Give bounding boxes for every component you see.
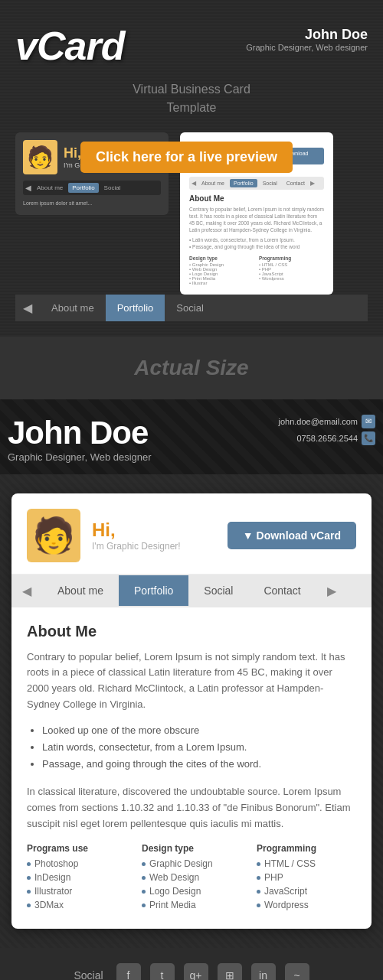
nav-prev-arrow[interactable]: ◀ xyxy=(15,295,40,321)
card-nav-next[interactable]: ▶ xyxy=(316,575,347,607)
subtitle-line1: Virtual Business Card xyxy=(15,80,368,99)
programs-title: Programs use xyxy=(27,843,126,854)
bpc-prog-title: Programming xyxy=(259,256,324,261)
social-facebook-icon[interactable]: f xyxy=(116,963,141,980)
skills-section: Programs use Photoshop InDesign Illustra… xyxy=(27,843,356,913)
card-greeting: Hi, I'm Graphic Designer! xyxy=(92,519,181,552)
bullet-dot xyxy=(27,890,31,894)
prog-4: Wordpress xyxy=(257,900,356,910)
design-3: Logo Design xyxy=(142,886,241,897)
bullet-item-2: Latin words, consectetur, from a Lorem I… xyxy=(42,739,356,756)
email-row: john.doe@email.com ✉ xyxy=(279,415,376,428)
top-header: vCard John Doe Graphic Designer, Web des… xyxy=(15,23,368,69)
small-nav-prev[interactable]: ◀ xyxy=(25,184,31,192)
card-nav-contact[interactable]: Contact xyxy=(248,575,316,606)
social-twitter-icon[interactable]: t xyxy=(150,963,175,980)
nav-about[interactable]: About me xyxy=(40,295,106,321)
design-title: Design type xyxy=(142,843,241,854)
bpc-design-title: Design type xyxy=(189,256,254,261)
card-nav-about[interactable]: About me xyxy=(42,575,119,606)
program-2: InDesign xyxy=(27,872,126,883)
bpc-nav-social[interactable]: Social xyxy=(259,179,281,187)
bpc-bullet: • Latin words, consectetur, from a Lorem… xyxy=(189,236,324,250)
card-subtitle: I'm Graphic Designer! xyxy=(92,541,181,552)
social-googleplus-icon[interactable]: g+ xyxy=(184,963,208,980)
bottom-nav: ◀ About me Portfolio Social xyxy=(15,295,368,321)
bullet-dot xyxy=(27,876,31,880)
small-nav: ◀ About me Portfolio Social xyxy=(23,181,161,195)
design-4: Print Media xyxy=(142,900,241,910)
email-icon: ✉ xyxy=(362,415,375,428)
card-download-btn[interactable]: ▼ Download vCard xyxy=(228,522,356,549)
small-avatar: 🧑 xyxy=(23,140,57,174)
bullet-item-1: Looked up one of the more obscure xyxy=(42,722,356,739)
bpc-nav: ◀ About me Portfolio Social Contact ▶ xyxy=(189,177,324,190)
social-linkedin-icon[interactable]: in xyxy=(251,963,276,980)
main-avatar: 🧑 xyxy=(27,509,80,562)
bullet-dot xyxy=(257,903,260,907)
programming-col: Programming HTML / CSS PHP JavaScript Wo… xyxy=(257,843,356,913)
small-nav-about[interactable]: About me xyxy=(33,183,67,193)
bpc-prog-item4: • Wordpress xyxy=(259,276,324,281)
card-nav-prev[interactable]: ◀ xyxy=(11,575,42,607)
bpc-nav-prev[interactable]: ◀ xyxy=(192,180,196,187)
small-nav-social[interactable]: Social xyxy=(100,183,125,193)
bullet-dot xyxy=(27,862,31,866)
top-section: vCard John Doe Graphic Designer, Web des… xyxy=(0,0,383,337)
main-card-section: John Doe Graphic Designer, Web designer … xyxy=(0,399,383,980)
bullet-dot xyxy=(142,903,146,907)
bullet-item-3: Passage, and going through the cites of … xyxy=(42,756,356,773)
nav-portfolio[interactable]: Portfolio xyxy=(106,295,165,321)
vcard-logo: vCard xyxy=(15,23,124,69)
small-nav-portfolio[interactable]: Portfolio xyxy=(68,183,98,193)
bullet-dot xyxy=(142,890,146,894)
bpc-about-title: About Me xyxy=(189,194,324,203)
card-dl-label: Download vCard xyxy=(257,529,341,542)
main-white-card: 🧑 Hi, I'm Graphic Designer! ▼ Download v… xyxy=(11,493,372,930)
small-content: Lorem ipsum dolor sit amet... xyxy=(23,200,161,207)
social-label: Social xyxy=(74,969,103,980)
bpc-columns: Design type • Graphic Design • Web Desig… xyxy=(189,256,324,285)
bpc-nav-contact[interactable]: Contact xyxy=(283,179,309,187)
phone-icon: 📞 xyxy=(362,431,375,445)
phone-text: 0758.2656.2544 xyxy=(296,434,358,443)
bpc-nav-about[interactable]: About me xyxy=(198,179,228,187)
social-flickr-icon[interactable]: ~ xyxy=(285,963,309,980)
phone-row: 0758.2656.2544 📞 xyxy=(279,431,376,445)
bullet-dot xyxy=(257,876,260,880)
program-4: 3DMax xyxy=(27,900,126,910)
bpc-about-text: Contrary to popular belief, Lorem Ipsum … xyxy=(189,206,324,233)
about-me-text2: In classical literature, discovered the … xyxy=(27,784,356,832)
card-body: About Me Contrary to popular belief, Lor… xyxy=(11,607,372,930)
email-text: john.doe@email.com xyxy=(279,417,358,426)
programming-title: Programming xyxy=(257,843,356,854)
card-dl-icon: ▼ xyxy=(243,529,257,542)
contact-info: john.doe@email.com ✉ 0758.2656.2544 📞 xyxy=(279,415,376,448)
main-profession: Graphic Designer, Web designer xyxy=(8,451,375,463)
actual-size-text: Actual Size xyxy=(19,356,364,380)
design-col: Design type Graphic Design Web Design Lo… xyxy=(142,843,241,913)
nav-social[interactable]: Social xyxy=(165,295,214,321)
name-header: John Doe Graphic Designer, Web designer … xyxy=(0,399,383,474)
live-preview-button[interactable]: Click here for a live preview xyxy=(80,142,293,173)
design-1: Graphic Design xyxy=(142,858,241,869)
bullet-dot xyxy=(27,903,31,907)
about-me-title: About Me xyxy=(27,623,356,640)
bpc-design-item5: • Illustrar xyxy=(189,281,254,285)
social-rss-icon[interactable]: ⊞ xyxy=(218,963,242,980)
subtitle-line2: Template xyxy=(15,99,368,117)
prog-3: JavaScript xyxy=(257,886,356,897)
about-me-text1: Contrary to popular belief, Lorem Ipsum … xyxy=(27,650,356,713)
card-nav-portfolio[interactable]: Portfolio xyxy=(119,575,188,606)
program-3: Illustrator xyxy=(27,886,126,897)
bpc-design-col: Design type • Graphic Design • Web Desig… xyxy=(189,256,254,285)
bpc-nav-next[interactable]: ▶ xyxy=(310,180,315,187)
prog-2: PHP xyxy=(257,872,356,883)
preview-area: 🧑 Hi, I'm Graphic Designer! ▼ ◀ About me… xyxy=(15,132,368,295)
social-section: Social f t g+ ⊞ in ~ xyxy=(0,948,383,980)
top-name-block: John Doe Graphic Designer, Web designer xyxy=(246,23,368,52)
subtitle-block: Virtual Business Card Template xyxy=(15,80,368,117)
card-nav-social[interactable]: Social xyxy=(188,575,248,606)
top-profession: Graphic Designer, Web designer xyxy=(246,43,368,52)
bpc-nav-portfolio[interactable]: Portfolio xyxy=(230,179,257,187)
